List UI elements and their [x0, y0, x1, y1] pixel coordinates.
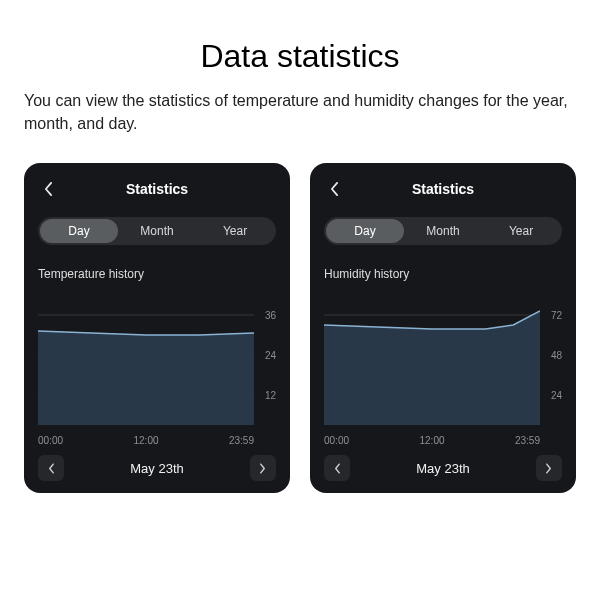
y-tick: 48	[551, 350, 562, 361]
next-date-button[interactable]	[536, 455, 562, 481]
chevron-left-icon	[330, 182, 339, 196]
humidity-chart: 72 48 24	[324, 295, 562, 425]
tab-month[interactable]: Month	[404, 219, 482, 243]
chevron-left-icon	[44, 182, 53, 196]
chevron-right-icon	[259, 463, 266, 474]
next-date-button[interactable]	[250, 455, 276, 481]
y-tick: 24	[265, 350, 276, 361]
x-tick: 23:59	[515, 435, 540, 446]
statistics-screen-temperature: Statistics Day Month Year Temperature hi…	[24, 163, 290, 493]
statistics-screen-humidity: Statistics Day Month Year Humidity histo…	[310, 163, 576, 493]
back-button[interactable]	[324, 177, 344, 201]
chart-title: Humidity history	[324, 267, 562, 281]
temperature-chart: 36 24 12	[38, 295, 276, 425]
tab-year[interactable]: Year	[482, 219, 560, 243]
tab-day[interactable]: Day	[40, 219, 118, 243]
x-tick: 12:00	[133, 435, 158, 446]
page-title: Data statistics	[0, 38, 600, 75]
y-tick: 72	[551, 309, 562, 320]
time-range-segmented: Day Month Year	[324, 217, 562, 245]
y-tick: 36	[265, 309, 276, 320]
time-range-segmented: Day Month Year	[38, 217, 276, 245]
date-label: May 23th	[416, 461, 469, 476]
y-axis-ticks: 36 24 12	[256, 295, 276, 425]
page-subtitle: You can view the statistics of temperatu…	[24, 89, 576, 135]
x-axis-ticks: 00:00 12:00 23:59	[38, 435, 276, 446]
x-tick: 00:00	[38, 435, 63, 446]
chart-title: Temperature history	[38, 267, 276, 281]
x-tick: 23:59	[229, 435, 254, 446]
back-button[interactable]	[38, 177, 58, 201]
prev-date-button[interactable]	[38, 455, 64, 481]
y-tick: 24	[551, 390, 562, 401]
prev-date-button[interactable]	[324, 455, 350, 481]
tab-day[interactable]: Day	[326, 219, 404, 243]
screen-title: Statistics	[412, 181, 474, 197]
x-tick: 00:00	[324, 435, 349, 446]
tab-month[interactable]: Month	[118, 219, 196, 243]
chevron-left-icon	[48, 463, 55, 474]
tab-year[interactable]: Year	[196, 219, 274, 243]
screen-title: Statistics	[126, 181, 188, 197]
x-tick: 12:00	[419, 435, 444, 446]
x-axis-ticks: 00:00 12:00 23:59	[324, 435, 562, 446]
y-axis-ticks: 72 48 24	[542, 295, 562, 425]
date-label: May 23th	[130, 461, 183, 476]
chevron-left-icon	[334, 463, 341, 474]
chevron-right-icon	[545, 463, 552, 474]
y-tick: 12	[265, 390, 276, 401]
